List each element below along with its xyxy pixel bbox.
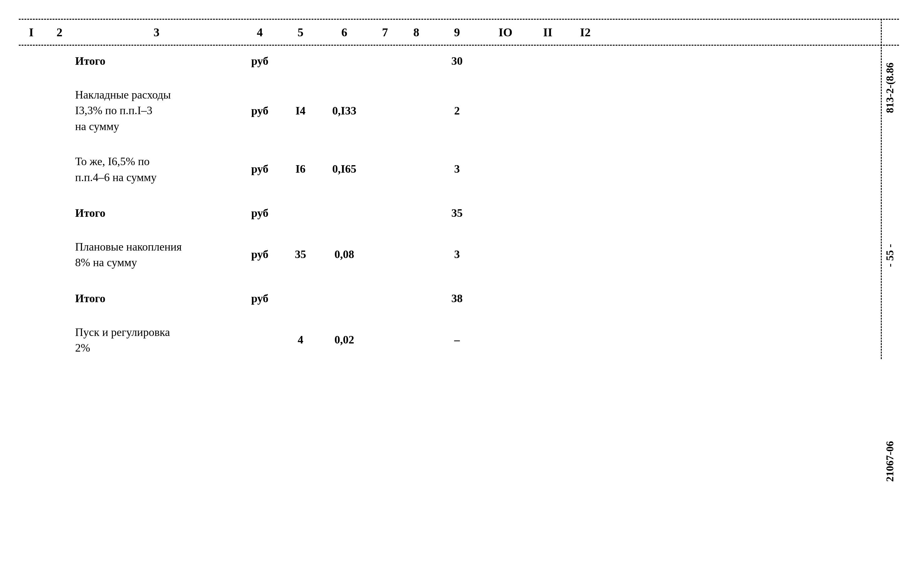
cell-r1-c9: 30 <box>432 54 482 67</box>
data-section: Итого руб 30 Накладные расходы I3,3% по … <box>19 46 899 359</box>
cell-r3-c9: 3 <box>432 154 482 176</box>
cell-r7-c9: – <box>432 324 482 346</box>
cell-r2-c5: I4 <box>282 87 319 117</box>
cell-r6-c4: руб <box>238 292 282 305</box>
cell-r7-c5: 4 <box>282 324 319 346</box>
table-wrapper: 813-2-(8.86 - 55 - 21067-06 I 2 3 4 5 6 … <box>19 19 899 359</box>
cell-r6-c3: Итого <box>75 292 238 305</box>
side-label-3: 21067-06 <box>884 441 896 482</box>
r2-line1: Накладные расходы <box>75 87 238 103</box>
col-header-5: 5 <box>282 25 319 39</box>
cell-r3-c3: То же, I6,5% по п.п.4–6 на сумму <box>75 154 238 185</box>
cell-r5-c6: 0,08 <box>319 239 370 261</box>
cell-r4-c9: 35 <box>432 206 482 220</box>
r7-line2: 2% <box>75 340 238 356</box>
page-container: 813-2-(8.86 - 55 - 21067-06 I 2 3 4 5 6 … <box>0 0 924 584</box>
side-label-2: - 55 - <box>884 244 896 267</box>
row-planovye: Плановые накопления 8% на сумму руб 35 0… <box>19 232 899 274</box>
cell-r4-c3: Итого <box>75 206 238 220</box>
r2-line2: I3,3% по п.п.I–3 <box>75 103 238 118</box>
col-header-6: 6 <box>319 25 370 39</box>
row-itogo-2: Итого руб 35 <box>19 198 899 223</box>
cell-r2-c9: 2 <box>432 87 482 117</box>
cell-r7-c4 <box>238 324 282 333</box>
col-header-4: 4 <box>238 25 282 39</box>
cell-r5-c5: 35 <box>282 239 319 261</box>
col-header-10: IO <box>482 25 529 39</box>
cell-r6-c9: 38 <box>432 292 482 305</box>
col-header-7: 7 <box>370 25 401 39</box>
row-nakladnye: Накладные расходы I3,3% по п.п.I–3 на су… <box>19 80 899 137</box>
cell-r5-c3: Плановые накопления 8% на сумму <box>75 239 238 271</box>
r5-line2: 8% на сумму <box>75 255 238 270</box>
col-header-2: 2 <box>44 25 75 39</box>
header-row: I 2 3 4 5 6 7 8 9 IO II I2 <box>19 19 899 46</box>
col-header-1: I <box>19 25 44 39</box>
col-header-11: II <box>529 25 566 39</box>
side-label-1: 813-2-(8.86 <box>884 63 896 113</box>
cell-r4-c4: руб <box>238 206 282 220</box>
cell-r5-c9: 3 <box>432 239 482 261</box>
cell-r1-c4: руб <box>238 54 282 67</box>
r5-line1: Плановые накопления <box>75 239 238 255</box>
r3-line2: п.п.4–6 на сумму <box>75 169 238 185</box>
col-header-12: I2 <box>566 25 604 39</box>
cell-r2-c6: 0,I33 <box>319 87 370 117</box>
cell-r3-c5: I6 <box>282 154 319 176</box>
r2-line3: на сумму <box>75 118 238 134</box>
r7-line1: Пуск и регулировка <box>75 324 238 340</box>
cell-r7-c6: 0,02 <box>319 324 370 346</box>
row-itogo-3: Итого руб 38 <box>19 283 899 308</box>
row-itogo-1: Итого руб 30 <box>19 46 899 71</box>
cell-r1-c3: Итого <box>75 54 238 67</box>
cell-r2-c3: Накладные расходы I3,3% по п.п.I–3 на су… <box>75 87 238 134</box>
r3-line1: То же, I6,5% по <box>75 154 238 169</box>
cell-r2-c4: руб <box>238 87 282 117</box>
cell-r7-c3: Пуск и регулировка 2% <box>75 324 238 356</box>
cell-r5-c4: руб <box>238 239 282 261</box>
row-to-zhe: То же, I6,5% по п.п.4–6 на сумму руб I6 … <box>19 147 899 188</box>
col-header-3: 3 <box>75 25 238 39</box>
cell-r3-c6: 0,I65 <box>319 154 370 176</box>
col-header-8: 8 <box>401 25 432 39</box>
cell-r3-c4: руб <box>238 154 282 176</box>
row-pusk: Пуск и регулировка 2% 4 0,02 – <box>19 317 899 359</box>
col-header-9: 9 <box>432 25 482 39</box>
right-border <box>881 19 882 359</box>
